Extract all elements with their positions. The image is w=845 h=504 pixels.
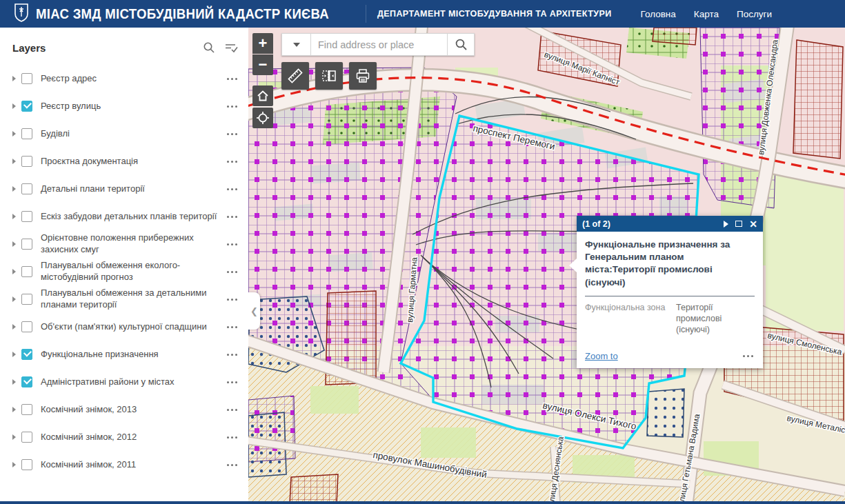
address-search (281, 33, 475, 56)
layer-checkbox[interactable] (21, 156, 32, 167)
search-submit-button[interactable] (447, 33, 475, 56)
search-source-dropdown[interactable] (281, 33, 310, 56)
layer-row: Космічний знімок, 2013 (0, 396, 248, 423)
expand-caret-icon[interactable] (12, 324, 16, 330)
map-canvas[interactable]: вулиця Марії Капніст проспект Перемоги в… (248, 28, 845, 504)
map-toolbar (281, 62, 377, 90)
popup-footer: Zoom to (577, 341, 763, 368)
expand-caret-icon[interactable] (12, 241, 16, 247)
layer-options-menu[interactable] (226, 268, 239, 276)
expand-caret-icon[interactable] (12, 296, 16, 302)
layer-checkbox[interactable] (21, 183, 32, 194)
nav-map-link[interactable]: Карта (694, 9, 719, 19)
layer-checkbox[interactable] (21, 376, 32, 387)
popup-dock-icon[interactable] (735, 221, 742, 227)
sidebar-collapse-handle[interactable]: ❮ (248, 292, 260, 330)
layer-row: Реєстр вулиць (0, 92, 248, 120)
popup-pager: (1 of 2) (582, 219, 717, 229)
layer-options-menu[interactable] (226, 323, 239, 331)
layer-checkbox[interactable] (21, 211, 32, 222)
layer-row: Адміністративні райони у містах (0, 368, 248, 396)
layer-label: Функціональне призначення (41, 349, 226, 361)
layer-options-menu[interactable] (226, 434, 239, 441)
layer-row: Об'єкти (пам'ятки) культурної спадщини (0, 313, 248, 341)
zoom-out-button[interactable]: − (252, 54, 273, 75)
expand-caret-icon[interactable] (12, 379, 16, 385)
layer-checkbox[interactable] (21, 321, 32, 332)
popup-body: Функціональне призначення за Генеральним… (577, 232, 763, 341)
layer-label: Об'єкти (пам'ятки) культурної спадщини (41, 321, 226, 333)
expand-caret-icon[interactable] (12, 131, 16, 137)
layer-row: Детальні плани території (0, 175, 248, 203)
popup-title: Функціональне призначення за Генеральним… (585, 239, 755, 289)
expand-caret-icon[interactable] (12, 186, 16, 192)
expand-caret-icon[interactable] (12, 103, 16, 109)
layer-label: Планувальні обмеження за детальними план… (41, 288, 226, 311)
layer-checkbox[interactable] (21, 266, 32, 277)
home-extent-button[interactable] (252, 85, 273, 106)
layer-options-menu[interactable] (226, 103, 239, 110)
chevron-down-icon (293, 43, 300, 47)
zoom-in-button[interactable]: + (252, 33, 273, 54)
layer-label: Адміністративні райони у містах (41, 376, 226, 388)
print-tool-button[interactable] (349, 62, 377, 90)
layer-options-menu[interactable] (226, 406, 239, 414)
layer-checkbox[interactable] (21, 101, 32, 112)
nav-home-link[interactable]: Головна (641, 9, 676, 19)
layer-checkbox[interactable] (21, 459, 32, 470)
expand-caret-icon[interactable] (12, 352, 16, 357)
kyiv-emblem-icon (14, 3, 29, 25)
app-title: МІАС ЗМД МІСТОБУДІВНИЙ КАДАСТР КИЄВА (36, 6, 329, 22)
layer-filter-check-icon[interactable] (223, 40, 239, 55)
measure-tool-button[interactable] (281, 62, 309, 90)
layer-options-menu[interactable] (226, 241, 239, 248)
swipe-tool-button[interactable] (315, 62, 343, 90)
layer-options-menu[interactable] (226, 158, 239, 165)
popup-actions-menu[interactable] (742, 352, 755, 360)
layer-label: Планувальні обмеження еколого-містобудів… (41, 260, 226, 283)
locate-button[interactable] (252, 108, 273, 128)
layer-checkbox[interactable] (21, 128, 32, 139)
layer-label: Будівлі (41, 128, 226, 140)
field-label: Функціональна зона (585, 302, 669, 336)
layer-options-menu[interactable] (226, 351, 239, 359)
layer-options-menu[interactable] (226, 379, 239, 386)
layer-options-menu[interactable] (226, 130, 239, 138)
expand-caret-icon[interactable] (12, 407, 16, 412)
popup-close-icon[interactable]: ✕ (749, 219, 757, 229)
expand-caret-icon[interactable] (12, 76, 16, 81)
layer-checkbox[interactable] (21, 349, 32, 360)
layer-options-menu[interactable] (226, 185, 239, 193)
printer-icon (355, 68, 371, 84)
search-icon (455, 38, 468, 51)
nav-services-link[interactable]: Послуги (737, 9, 772, 19)
layer-options-menu[interactable] (226, 75, 239, 83)
layer-options-menu[interactable] (226, 296, 239, 303)
search-input[interactable] (310, 33, 447, 56)
layer-checkbox[interactable] (21, 294, 32, 305)
top-header-bar: МІАС ЗМД МІСТОБУДІВНИЙ КАДАСТР КИЄВА ДЕП… (0, 0, 845, 28)
layer-label: Космічний знімок, 2012 (41, 432, 226, 443)
layer-options-menu[interactable] (226, 461, 239, 469)
layer-row: Проєктна документація (0, 148, 248, 175)
expand-caret-icon[interactable] (12, 269, 16, 274)
expand-caret-icon[interactable] (12, 159, 16, 164)
popup-next-feature-icon[interactable] (724, 221, 728, 228)
layer-checkbox[interactable] (21, 73, 32, 84)
layer-options-menu[interactable] (226, 213, 239, 221)
layers-sidebar: Layers Реєстр адресРеєстр вулицьБудівліП… (0, 28, 248, 501)
layer-label: Реєстр вулиць (41, 101, 226, 112)
zoom-to-link[interactable]: Zoom to (585, 351, 618, 361)
layer-checkbox[interactable] (21, 239, 32, 250)
department-subtitle: ДЕПАРТАМЕНТ МІСТОБУДУВАННЯ ТА АРХІТЕКТУР… (366, 9, 612, 19)
zoom-widget: + − (252, 33, 273, 75)
layer-checkbox[interactable] (21, 404, 32, 415)
layer-row: Функціональне призначення (0, 341, 248, 368)
layer-checkbox[interactable] (21, 432, 32, 443)
layer-label: Космічний знімок, 2011 (41, 459, 226, 471)
layer-list: Реєстр адресРеєстр вулицьБудівліПроєктна… (0, 62, 248, 478)
layer-search-icon[interactable] (201, 40, 217, 55)
expand-caret-icon[interactable] (12, 434, 16, 440)
expand-caret-icon[interactable] (12, 462, 16, 467)
expand-caret-icon[interactable] (12, 214, 16, 219)
